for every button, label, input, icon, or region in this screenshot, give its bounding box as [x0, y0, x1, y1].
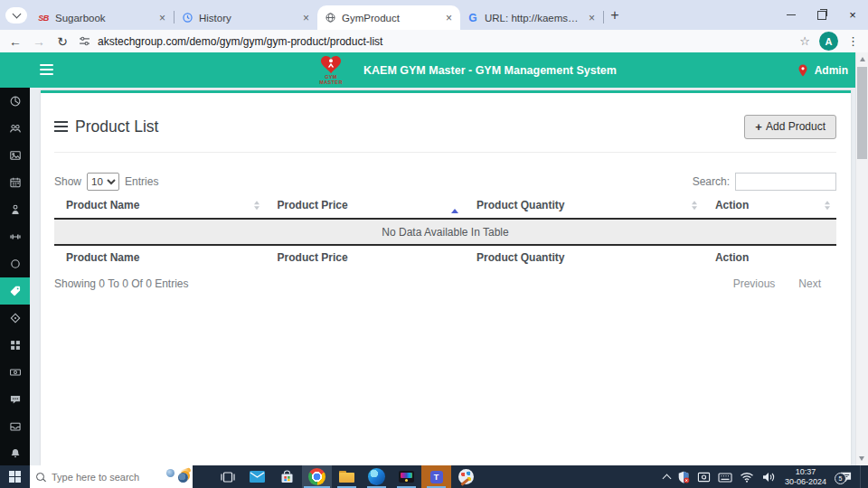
tab-close-icon[interactable]: × — [157, 13, 167, 23]
sidebar-item-notifications[interactable] — [0, 440, 30, 465]
browser-tab-sugarbook[interactable]: SB Sugarbook × — [31, 5, 174, 30]
paint-app-button[interactable] — [451, 465, 481, 488]
tab-search-button[interactable] — [5, 7, 27, 23]
grid-icon — [9, 339, 22, 352]
sidebar-item-equipment[interactable] — [0, 223, 30, 250]
store-app-button[interactable] — [272, 465, 302, 488]
browser-tab-url[interactable]: G URL: http://kaemsoftware.com/ × — [460, 5, 603, 30]
taskbar-search[interactable] — [30, 465, 193, 488]
browser-tab-history[interactable]: History × — [175, 5, 317, 30]
sidebar-item-payments[interactable] — [0, 359, 30, 386]
tab-title: Sugarbook — [55, 13, 152, 23]
show-desktop-button[interactable] — [860, 465, 865, 488]
sidebar-item-products[interactable] — [0, 277, 30, 305]
toolbar-right: ☆ A ⋮ — [799, 32, 868, 51]
previous-button[interactable]: Previous — [733, 277, 776, 290]
scrollbar-thumb[interactable] — [857, 67, 867, 159]
sidebar-item-members[interactable] — [0, 115, 30, 142]
google-favicon: G — [467, 12, 479, 24]
wifi-tray-icon[interactable] — [740, 471, 754, 483]
sidebar-toggle-icon[interactable] — [40, 64, 53, 75]
tab-title: URL: http://kaemsoftware.com/ — [485, 13, 581, 23]
column-product-name[interactable]: Product Name — [54, 192, 266, 218]
address-bar[interactable]: akstechgroup.com/demo/gym/gym/gym-produc… — [98, 35, 799, 48]
tab-close-icon[interactable]: × — [301, 13, 311, 23]
sidebar-item-offers[interactable] — [0, 305, 30, 332]
browser-menu-icon[interactable]: ⋮ — [847, 34, 861, 48]
badge-icon — [9, 312, 22, 324]
taskbar-search-input[interactable] — [50, 471, 153, 483]
table-search-input[interactable] — [735, 173, 836, 191]
scroll-down-icon[interactable] — [859, 456, 864, 461]
touch-keyboard-tray-icon[interactable] — [718, 471, 732, 483]
chrome-app-button[interactable] — [302, 465, 332, 488]
security-tray-icon[interactable] — [677, 471, 690, 483]
entries-summary: Showing 0 To 0 Of 0 Entries — [54, 277, 189, 290]
start-button[interactable] — [0, 465, 30, 488]
edge-app-button[interactable] — [362, 465, 392, 488]
browser-tab-gymproduct[interactable]: GymProduct × — [317, 5, 460, 30]
admin-menu[interactable]: Admin — [798, 52, 848, 88]
scroll-up-icon — [860, 57, 865, 61]
profile-avatar[interactable]: A — [819, 32, 838, 51]
image-icon — [9, 149, 22, 162]
close-button[interactable]: × — [837, 0, 868, 30]
minimize-button[interactable] — [776, 0, 807, 30]
paint-palette-icon — [458, 469, 474, 484]
column-product-price[interactable]: Product Price — [266, 192, 466, 218]
edge-icon — [368, 468, 385, 485]
restore-button[interactable] — [807, 0, 837, 30]
sidebar-item-dashboard[interactable] — [0, 88, 30, 115]
inbox-icon — [9, 420, 22, 433]
display-tray-icon[interactable] — [697, 471, 711, 483]
system-tray: 10:37 30-06-2024 5 — [664, 465, 868, 488]
tab-close-icon[interactable]: × — [444, 13, 454, 23]
page-size-select[interactable]: 10 — [87, 173, 119, 191]
empty-table-message: No Data Available In Table — [54, 220, 836, 246]
sidebar-item-messages[interactable] — [0, 386, 30, 413]
column-product-quantity[interactable]: Product Quantity — [465, 192, 703, 218]
bookmark-star-icon[interactable]: ☆ — [799, 34, 810, 48]
sidebar-item-inbox[interactable] — [0, 413, 30, 440]
media-app-icon — [399, 471, 414, 483]
title-divider — [54, 152, 836, 153]
sidebar-item-schedule[interactable] — [0, 169, 30, 196]
globe-icon — [324, 12, 336, 24]
footer-action: Action — [703, 246, 836, 269]
media-app-button[interactable] — [392, 465, 421, 488]
file-explorer-button[interactable] — [332, 465, 362, 488]
column-action[interactable]: Action — [703, 192, 836, 218]
back-button[interactable]: ← — [4, 34, 27, 49]
action-center-button[interactable]: 5 — [839, 471, 853, 483]
site-info-icon[interactable] — [74, 35, 94, 47]
tab-close-icon[interactable]: × — [587, 13, 597, 23]
sugarbook-favicon: SB — [37, 12, 50, 24]
person-icon — [9, 203, 22, 216]
browser-scrollbar[interactable] — [855, 52, 868, 465]
task-view-button[interactable] — [212, 465, 242, 488]
sidebar-item-trainers[interactable] — [0, 196, 30, 223]
shield-alert-icon — [677, 471, 690, 483]
minimize-icon — [787, 14, 796, 15]
page-title: Product List — [75, 117, 158, 136]
reload-button[interactable]: ↻ — [51, 34, 74, 49]
taskbar-clock[interactable]: 10:37 30-06-2024 — [783, 467, 828, 487]
sidebar-item-gallery[interactable] — [0, 142, 30, 169]
sort-icon — [692, 201, 697, 210]
sidebar-item-plans[interactable] — [0, 250, 30, 277]
teams-app-button[interactable]: T — [421, 465, 451, 488]
new-tab-button[interactable]: + — [604, 5, 626, 26]
show-label: Show — [54, 175, 81, 188]
hidden-icons-button[interactable] — [664, 473, 670, 482]
mail-app-button[interactable] — [242, 465, 272, 488]
sidebar-item-reports[interactable] — [0, 332, 30, 359]
mail-icon — [250, 471, 265, 483]
add-product-button[interactable]: + Add Product — [744, 115, 836, 139]
restore-icon — [817, 11, 826, 20]
volume-tray-icon[interactable] — [761, 471, 776, 483]
forward-button[interactable]: → — [27, 34, 51, 49]
tab-title: GymProduct — [342, 13, 439, 23]
scroll-up-button[interactable] — [856, 52, 868, 65]
next-button[interactable]: Next — [798, 277, 821, 290]
sort-asc-icon — [451, 196, 458, 209]
